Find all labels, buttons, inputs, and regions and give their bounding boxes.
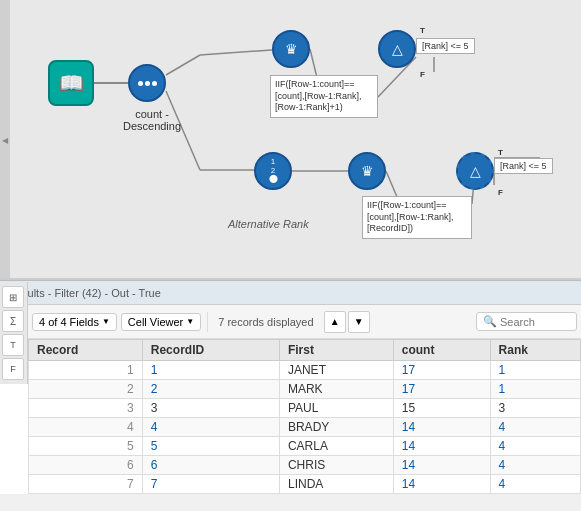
search-icon: 🔍 xyxy=(483,315,497,328)
cell-record: 1 xyxy=(29,361,143,380)
search-box[interactable]: 🔍 xyxy=(476,312,577,331)
toolbar-separator xyxy=(207,312,208,332)
cell-first: LINDA xyxy=(279,475,393,494)
cell-first: JANET xyxy=(279,361,393,380)
rank-node-2[interactable]: ♛ xyxy=(348,152,386,190)
sort-label: count - Descending xyxy=(112,108,192,132)
table-body: 11JANET17122MARK17133PAUL15344BRADY14455… xyxy=(29,361,581,494)
cell-record: 3 xyxy=(29,399,143,418)
table-row: 22MARK171 xyxy=(29,380,581,399)
table-row: 11JANET171 xyxy=(29,361,581,380)
cell-rank: 1 xyxy=(490,361,580,380)
cell-count: 14 xyxy=(393,456,490,475)
records-count: 7 records displayed xyxy=(218,316,313,328)
table-row: 77LINDA144 xyxy=(29,475,581,494)
results-content: 4 of 4 Fields ▼ Cell Viewer ▼ 7 records … xyxy=(28,305,581,494)
cell-rank: 3 xyxy=(490,399,580,418)
cell-count: 17 xyxy=(393,361,490,380)
col-header-first: First xyxy=(279,340,393,361)
results-header: Results - Filter (42) - Out - True xyxy=(0,281,581,305)
cell-rank: 1 xyxy=(490,380,580,399)
t-label-1: T xyxy=(420,26,425,35)
multirow-node[interactable] xyxy=(128,64,166,102)
nav-down-button[interactable]: ▼ xyxy=(348,311,370,333)
cell-count: 14 xyxy=(393,437,490,456)
col-header-recordid: RecordID xyxy=(142,340,279,361)
formula-box-1: IIF([Row-1:count]==[count],[Row-1:Rank],… xyxy=(270,75,378,118)
f-label-2: F xyxy=(498,188,503,197)
filter-node-1[interactable]: △ xyxy=(378,30,416,68)
cell-rank: 4 xyxy=(490,456,580,475)
cell-recordid: 1 xyxy=(142,361,279,380)
dropdown-arrow-icon: ▼ xyxy=(102,317,110,326)
filter-result-1: [Rank] <= 5 xyxy=(416,38,475,54)
multi-input-node[interactable]: 12⬤ xyxy=(254,152,292,190)
left-sidebar: ⊞ Σ T F xyxy=(0,282,28,384)
cell-record: 6 xyxy=(29,456,143,475)
table-view-icon[interactable]: ⊞ xyxy=(2,286,24,308)
f-label-1: F xyxy=(420,70,425,79)
filter-result-2: [Rank] <= 5 xyxy=(494,158,553,174)
cell-count: 17 xyxy=(393,380,490,399)
cell-first: MARK xyxy=(279,380,393,399)
table-row: 44BRADY144 xyxy=(29,418,581,437)
nav-up-button[interactable]: ▲ xyxy=(324,311,346,333)
cell-recordid: 2 xyxy=(142,380,279,399)
svg-line-1 xyxy=(166,55,200,75)
cell-first: PAUL xyxy=(279,399,393,418)
table-row: 66CHRIS144 xyxy=(29,456,581,475)
filter-node-2[interactable]: △ xyxy=(456,152,494,190)
nav-arrows: ▲ ▼ xyxy=(324,311,370,333)
cell-count: 14 xyxy=(393,418,490,437)
alt-rank-label: Alternative Rank xyxy=(228,218,309,230)
viewer-dropdown[interactable]: Cell Viewer ▼ xyxy=(121,313,201,331)
formula-box-2: IIF([Row-1:count]==[count],[Row-1:Rank],… xyxy=(362,196,472,239)
cell-rank: 4 xyxy=(490,437,580,456)
dots-icon xyxy=(138,81,157,86)
cell-rank: 4 xyxy=(490,475,580,494)
table-row: 55CARLA144 xyxy=(29,437,581,456)
scroll-left[interactable]: ◀ xyxy=(0,0,10,280)
text-view-icon[interactable]: T xyxy=(2,334,24,356)
cell-count: 15 xyxy=(393,399,490,418)
cell-record: 2 xyxy=(29,380,143,399)
fields-dropdown[interactable]: 4 of 4 Fields ▼ xyxy=(32,313,117,331)
filter-icon-2: △ xyxy=(470,163,481,179)
cell-recordid: 4 xyxy=(142,418,279,437)
book-node[interactable]: 📖 xyxy=(48,60,94,106)
search-input[interactable] xyxy=(500,316,570,328)
cell-record: 5 xyxy=(29,437,143,456)
t-label-2: T xyxy=(498,148,503,157)
summary-icon[interactable]: Σ xyxy=(2,310,24,332)
cell-first: CARLA xyxy=(279,437,393,456)
cell-record: 7 xyxy=(29,475,143,494)
crown-icon-2: ♛ xyxy=(361,163,374,179)
multi-numbers: 12⬤ xyxy=(269,158,278,184)
cell-recordid: 6 xyxy=(142,456,279,475)
data-table: Record RecordID First count Rank 11JANET… xyxy=(28,339,581,494)
rank-node-1[interactable]: ♛ xyxy=(272,30,310,68)
col-header-rank: Rank xyxy=(490,340,580,361)
svg-line-2 xyxy=(200,50,272,55)
table-header-row: Record RecordID First count Rank xyxy=(29,340,581,361)
cell-first: CHRIS xyxy=(279,456,393,475)
workflow-canvas: 📖 count - Descending ♛ △ T F IIF([Row-1:… xyxy=(0,0,581,280)
filter-view-icon[interactable]: F xyxy=(2,358,24,380)
cell-record: 4 xyxy=(29,418,143,437)
results-toolbar: 4 of 4 Fields ▼ Cell Viewer ▼ 7 records … xyxy=(28,305,581,339)
filter-icon-1: △ xyxy=(392,41,403,57)
viewer-arrow-icon: ▼ xyxy=(186,317,194,326)
col-header-count: count xyxy=(393,340,490,361)
cell-recordid: 3 xyxy=(142,399,279,418)
col-header-record: Record xyxy=(29,340,143,361)
cell-recordid: 5 xyxy=(142,437,279,456)
table-row: 33PAUL153 xyxy=(29,399,581,418)
book-icon: 📖 xyxy=(59,71,84,95)
cell-rank: 4 xyxy=(490,418,580,437)
cell-first: BRADY xyxy=(279,418,393,437)
results-panel: Results - Filter (42) - Out - True ⊞ Σ T… xyxy=(0,280,581,494)
crown-icon-1: ♛ xyxy=(285,41,298,57)
cell-count: 14 xyxy=(393,475,490,494)
cell-recordid: 7 xyxy=(142,475,279,494)
